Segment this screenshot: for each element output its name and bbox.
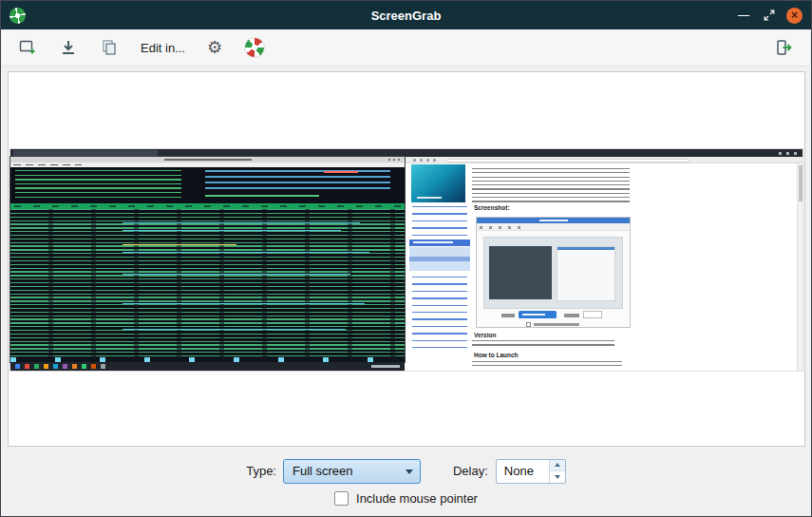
nested-delay-spinbox (583, 311, 602, 318)
terminal-cyan-line (123, 303, 365, 304)
spin-down-button[interactable] (550, 470, 565, 483)
browser-url-bar (447, 159, 689, 163)
save-icon (59, 38, 78, 57)
sidebar-selected-subchapter (409, 257, 470, 261)
doc-launch-lines (472, 361, 622, 368)
preview-area: Screenshot: (8, 71, 805, 447)
doc-heading-screenshot: Screenshot: (474, 205, 510, 212)
delay-value: None (497, 460, 549, 483)
doc-heading-version: Version (474, 333, 496, 339)
doc-paragraph-lines (472, 168, 630, 203)
nested-checkbox-label (534, 323, 579, 326)
sidebar-chapter-links (412, 206, 467, 352)
nested-delay-label (564, 314, 579, 317)
browser-window-buttons (779, 152, 800, 155)
spinner-buttons (549, 460, 565, 483)
delay-spinbox[interactable]: None (496, 459, 566, 484)
browser-nav-icons (413, 159, 440, 162)
nested-type-label (501, 314, 515, 317)
screengrab-pinwheel-icon (244, 37, 265, 58)
minimize-button[interactable]: — (735, 7, 752, 24)
nested-toolbar (477, 223, 630, 231)
taskbar-icon (101, 364, 105, 369)
page-scrollbar-thumb (799, 165, 803, 201)
nested-mini-window (557, 246, 615, 301)
maximize-icon (764, 10, 775, 21)
delay-label: Delay: (453, 464, 488, 478)
nested-preview (483, 237, 623, 309)
nested-toolbar-icons (480, 226, 521, 229)
sidebar-selected-chapter (409, 239, 470, 246)
edit-in-button[interactable]: Edit in... (136, 33, 190, 62)
terminal-window (10, 157, 405, 362)
nested-checkbox (526, 322, 531, 327)
capture-type-combobox[interactable]: Full screen (283, 459, 421, 484)
terminal-body (10, 167, 405, 362)
window-controls: — × (735, 7, 803, 24)
browser-active-tab (13, 150, 158, 156)
taskbar-icon (53, 364, 58, 369)
include-pointer-checkbox[interactable] (334, 491, 349, 506)
terminal-cyan-line (123, 230, 341, 231)
minimize-icon: — (738, 9, 749, 22)
include-pointer-label: Include mouse pointer (356, 491, 478, 506)
browser-tab-strip (10, 149, 803, 157)
sidebar-artwork (411, 164, 465, 202)
nested-mini-terminal (489, 246, 552, 299)
taskbar-clock (371, 365, 400, 369)
about-screengrab-button[interactable] (239, 33, 270, 62)
close-button[interactable]: × (786, 8, 803, 24)
preview-image: Screenshot: (10, 149, 803, 371)
edit-in-label: Edit in... (141, 41, 185, 55)
terminal-yellow-line (123, 244, 236, 245)
taskbar-icon (15, 364, 20, 369)
taskbar-icon (91, 364, 96, 369)
capture-type-value: Full screen (284, 464, 399, 478)
screengrab-logo-icon (9, 8, 26, 24)
terminal-info-left (15, 170, 181, 201)
copy-button[interactable] (95, 33, 123, 62)
pointer-option-row: Include mouse pointer (1, 491, 811, 506)
nested-type-combobox (519, 311, 557, 318)
terminal-info-load (205, 195, 319, 197)
taskbar-icon (82, 364, 86, 369)
taskbar (10, 362, 405, 371)
doc-version-lines (472, 340, 614, 348)
page-scrollbar (797, 163, 803, 371)
window-title: ScreenGrab (1, 9, 811, 23)
toolbar: Edit in... ⚙ (2, 29, 810, 67)
type-label: Type: (246, 464, 276, 478)
terminal-process-rows (10, 209, 405, 357)
copy-icon (100, 38, 119, 57)
taskbar-icon (44, 364, 48, 369)
quit-button[interactable] (770, 33, 799, 62)
save-button[interactable] (54, 33, 83, 62)
taskbar-icon (34, 364, 39, 369)
titlebar: ScreenGrab — × (1, 1, 811, 29)
taskbar-icon (63, 364, 67, 369)
new-screenshot-button[interactable] (13, 33, 42, 62)
terminal-info-meters (205, 170, 390, 193)
terminal-system-meters (10, 167, 405, 203)
chevron-down-icon (399, 460, 420, 483)
close-icon: × (791, 10, 798, 21)
settings-button[interactable]: ⚙ (202, 33, 227, 62)
terminal-cyan-line (123, 222, 360, 223)
taskbar-icon (25, 364, 29, 369)
taskbar-icon (72, 364, 77, 369)
terminal-cyan-line (123, 329, 346, 330)
spin-up-button[interactable] (550, 460, 565, 471)
gear-icon: ⚙ (207, 39, 222, 56)
terminal-cyan-line (123, 252, 369, 253)
doc-heading-how-to-launch: How to Launch (474, 353, 519, 359)
capture-controls-row: Type: Full screen Delay: None (1, 458, 811, 484)
quit-icon (775, 38, 794, 57)
sidebar-subchapter-group (409, 247, 470, 271)
screengrab-window: ScreenGrab — × (0, 0, 812, 517)
maximize-button[interactable] (761, 7, 778, 24)
terminal-cyan-line (123, 274, 350, 275)
nested-screengrab-screenshot (476, 217, 631, 328)
terminal-meter-red (324, 171, 358, 173)
new-screenshot-icon (18, 38, 37, 57)
